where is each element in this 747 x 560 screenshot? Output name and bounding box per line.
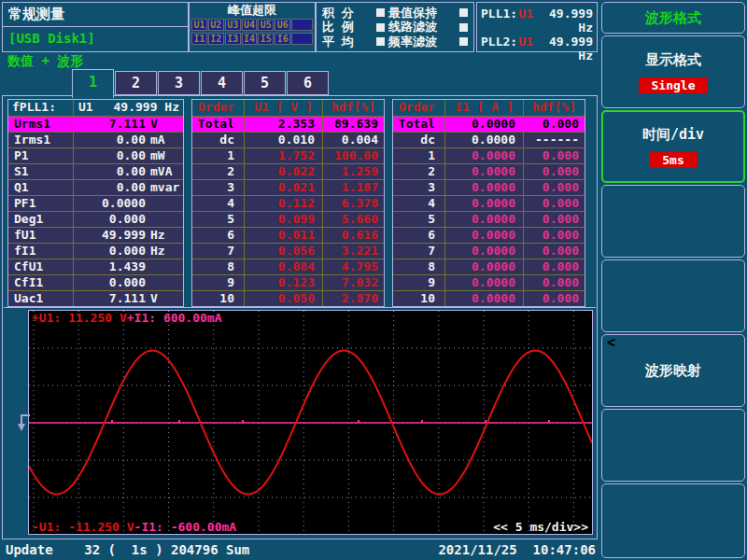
order-cell: 3 (192, 180, 245, 195)
softkey-label: 显示格式 (645, 51, 701, 69)
measure-name: PF1 (8, 196, 74, 211)
display-mode-label: 数值 + 波形 (7, 53, 83, 70)
measure-value: 7.111 (74, 117, 146, 132)
measure-name: P1 (8, 148, 74, 163)
harmonics-row: Total2.35389.639 (192, 116, 384, 132)
pll-status-box: PLL1:U149.999 HzPLL2:U149.999 Hz (476, 2, 598, 52)
harmonics-row: 10.00000.000 (393, 147, 585, 163)
toggle-row-1: 比 例线路滤波 (322, 21, 468, 35)
harmonics-row: 30.00000.000 (393, 179, 585, 195)
measure-value: 7.111 (74, 291, 146, 306)
softkey-label: 波形格式 (645, 9, 701, 27)
i1-noise-blip (111, 420, 113, 423)
checkbox-icon[interactable] (459, 37, 468, 46)
softkey-waveform-format[interactable]: 波形格式 (601, 2, 745, 34)
harmonics-row: 30.0211.187 (192, 179, 384, 195)
peak-cell-i2: I2 (208, 33, 224, 45)
order-cell: 6 (393, 228, 445, 243)
hdf-cell: 3.221 (323, 244, 384, 259)
harmonics-row: 90.1237.032 (192, 274, 384, 290)
harmonics-row: 100.00000.000 (393, 290, 585, 306)
harmonics-row: dc0.0100.004 (192, 132, 384, 147)
i1-noise-blip (421, 420, 423, 423)
hdf-cell: 1.187 (323, 180, 384, 195)
hdf-cell: 89.639 (323, 117, 384, 132)
softkey-empty-2[interactable] (601, 259, 745, 332)
order-cell: dc (393, 133, 445, 147)
hdf-cell: 0.000 (524, 244, 585, 259)
softkey-empty-4[interactable] (601, 483, 745, 558)
order-cell: 3 (393, 180, 445, 195)
pll-frequency: 49.999 Hz (538, 35, 593, 63)
col-value-header: I1 [ A ] (445, 100, 524, 116)
measure-row-urms1: Urms17.111V (8, 116, 183, 132)
softkey-waveform-mapping[interactable]: <波形映射 (601, 334, 745, 407)
order-cell: 1 (393, 148, 445, 163)
order-cell: dc (192, 133, 245, 147)
hdf-cell: 0.000 (524, 212, 585, 227)
i1-scale-pos: +I1: 600.00mA (127, 311, 222, 325)
softkey-empty-1[interactable] (601, 185, 745, 258)
tab-5[interactable]: 5 (244, 71, 286, 95)
measure-row-cfu1: CfU11.439 (8, 259, 183, 274)
hdf-cell: 5.660 (323, 212, 384, 227)
harmonics-row: 40.1126.378 (192, 195, 384, 211)
hdf-cell: 0.000 (524, 291, 585, 306)
softkey-value-badge: 5ms (649, 152, 697, 168)
value-cell: 0.022 (245, 164, 323, 179)
order-cell: 2 (393, 164, 445, 179)
checkbox-icon[interactable] (376, 37, 385, 46)
measurement-table-header: fPLL1: U1 49.999 Hz (8, 100, 183, 116)
col-value-header: U1 [ V ] (245, 100, 323, 116)
softkey-time-per-div[interactable]: 时间/div5ms (601, 110, 745, 183)
waveform-canvas (29, 311, 592, 534)
i1-noise-blip (548, 420, 550, 423)
order-cell: 4 (393, 196, 445, 211)
tab-4[interactable]: 4 (201, 71, 243, 95)
hdf-cell: 0.000 (524, 148, 585, 163)
usb-disk-status: [USB Disk1] (3, 27, 188, 50)
tab-3[interactable]: 3 (158, 71, 200, 95)
measure-unit: mA (146, 133, 183, 147)
measure-value: 0.000 (74, 244, 146, 259)
softkey-empty-3[interactable] (601, 409, 745, 482)
peak-cell-u3: U3 (225, 19, 241, 31)
u1-scale-pos: +U1: 11.250 V (32, 311, 127, 325)
measure-unit: mW (146, 148, 183, 163)
measure-name: Uac1 (8, 291, 74, 306)
checkbox-icon[interactable] (376, 23, 385, 32)
checkbox-icon[interactable] (459, 8, 468, 17)
peak-cell-i4: I4 (242, 33, 258, 45)
value-cell: 0.021 (245, 180, 323, 195)
checkbox-icon[interactable] (376, 8, 385, 17)
harmonics-row: 80.0844.795 (192, 259, 384, 274)
measure-name: CfU1 (8, 259, 74, 274)
value-cell: 0.0000 (445, 275, 524, 290)
value-cell: 2.353 (245, 117, 323, 132)
softkey-display-format[interactable]: 显示格式Single (601, 35, 745, 108)
measure-value: 49.999 (74, 228, 146, 243)
peak-cell-i3: I3 (225, 33, 241, 45)
measure-row-cfi1: CfI10.000 (8, 274, 183, 290)
tab-6[interactable]: 6 (287, 71, 329, 95)
measure-name: S1 (8, 164, 74, 179)
checkbox-icon[interactable] (459, 23, 468, 32)
value-cell: 0.056 (245, 244, 323, 259)
harmonics-header: OrderU1 [ V ]hdf[%] (192, 100, 384, 116)
value-cell: 0.0000 (445, 117, 524, 132)
datetime: 2021/11/25 10:47:06 (438, 540, 596, 560)
hdf-cell: 0.000 (524, 117, 585, 132)
measure-unit: Hz (146, 228, 183, 243)
update-counter: Update 32 ( 1s ) 204796 Sum (6, 540, 249, 560)
pll-source: U1 (518, 35, 533, 63)
measure-unit: mvar (146, 180, 183, 195)
hdf-cell: 0.000 (524, 196, 585, 211)
back-arrow-icon: < (607, 336, 615, 350)
measure-mode-box: 常规测量 [USB Disk1] (2, 2, 189, 52)
hdf-cell: 4.795 (323, 259, 384, 274)
value-cell: 0.084 (245, 259, 323, 274)
softkey-sidebar: 波形格式显示格式Single时间/div5ms<波形映射 (601, 0, 745, 560)
harmonics-row: 11.752100.00 (192, 147, 384, 163)
tab-2[interactable]: 2 (115, 71, 157, 95)
tab-1[interactable]: 1 (72, 69, 114, 98)
